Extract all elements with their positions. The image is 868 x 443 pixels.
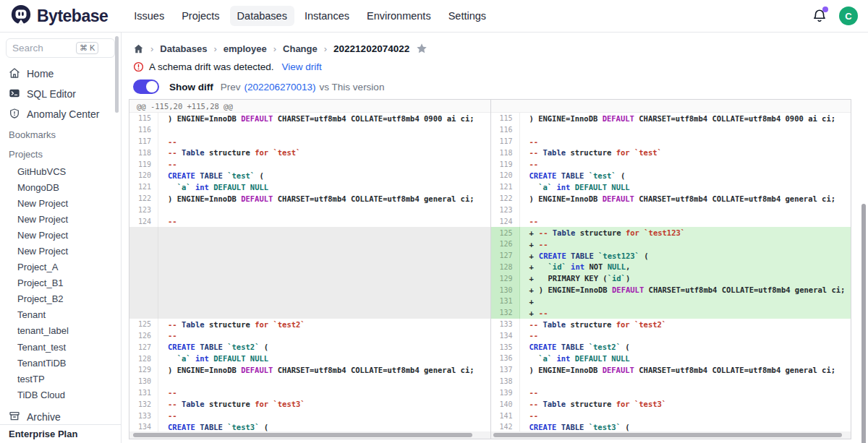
diff-code-line: 131-- xyxy=(129,387,490,399)
line-number: 135 xyxy=(491,341,520,353)
line-number: 142 xyxy=(491,421,520,431)
diff-code-line: 117-- xyxy=(491,136,851,147)
diff-code-line: 135CREATE TABLE `test2` ( xyxy=(491,341,851,353)
breadcrumb-item-databases[interactable]: Databases xyxy=(160,43,207,54)
breadcrumb-separator: › xyxy=(324,43,327,54)
diff-code-line: 115) ENGINE=InnoDB DEFAULT CHARSET=utf8m… xyxy=(129,113,490,124)
bytebase-logo[interactable]: Bytebase xyxy=(10,4,108,28)
project-item[interactable]: Tenant_test xyxy=(0,339,121,355)
diff-code-line: 121 `a` int DEFAULT NULL xyxy=(491,181,851,193)
diff-code-line: 141-- xyxy=(491,410,851,421)
nav-item-settings[interactable]: Settings xyxy=(441,6,493,26)
scrollbar-thumb[interactable] xyxy=(493,433,843,437)
search-box[interactable]: ⌘ K xyxy=(6,38,115,58)
line-number: 126 xyxy=(129,330,158,341)
breadcrumb-item-employee[interactable]: employee xyxy=(224,43,267,54)
user-avatar[interactable]: C xyxy=(839,7,858,25)
right-horizontal-scrollbar[interactable] xyxy=(491,431,851,439)
view-drift-link[interactable]: View drift xyxy=(282,61,322,72)
diff-code-line: 122) ENGINE=InnoDB DEFAULT CHARSET=utf8m… xyxy=(129,193,490,205)
diff-code-line: 119-- xyxy=(129,158,490,170)
diff-code-line: 136 `a` int DEFAULT NULL xyxy=(491,353,851,364)
diff-code-line: 118-- Table structure for `test` xyxy=(129,147,490,158)
show-diff-toggle[interactable] xyxy=(133,79,159,94)
line-number: 121 xyxy=(491,181,520,193)
line-number: 125 xyxy=(491,227,520,238)
project-item[interactable]: testTP xyxy=(0,371,121,387)
diff-left-rows: 115) ENGINE=InnoDB DEFAULT CHARSET=utf8m… xyxy=(129,113,490,431)
diff-empty-placeholder xyxy=(129,227,490,319)
project-item[interactable]: New Project xyxy=(0,211,121,227)
line-number: 133 xyxy=(491,319,520,330)
sidebar-item-anomaly-center[interactable]: Anomaly Center xyxy=(0,104,121,124)
notification-bell-icon[interactable] xyxy=(812,8,827,24)
breadcrumb-separator: › xyxy=(150,43,153,54)
line-number: 124 xyxy=(129,215,158,227)
diff-code-line: 123 xyxy=(491,205,851,216)
bytebase-app: Bytebase IssuesProjectsDatabasesInstance… xyxy=(0,0,868,443)
bytebase-logo-icon xyxy=(10,4,32,28)
sidebar-scrollbar[interactable] xyxy=(115,36,119,113)
line-number: 127 xyxy=(491,250,520,262)
diff-code-line: 128 `a` int DEFAULT NULL xyxy=(129,353,490,364)
nav-item-issues[interactable]: Issues xyxy=(127,6,171,26)
project-item[interactable]: GitHubVCS xyxy=(0,163,121,179)
diff-added-line: 129+ PRIMARY KEY (`id`) xyxy=(491,272,851,284)
line-number: 115 xyxy=(129,113,158,124)
line-number: 123 xyxy=(491,205,520,216)
brand-name: Bytebase xyxy=(37,7,108,26)
line-number: 118 xyxy=(129,147,158,158)
line-number: 127 xyxy=(129,341,158,353)
diff-code-line: 120CREATE TABLE `test` ( xyxy=(491,170,851,181)
breadcrumb-home-icon[interactable] xyxy=(133,43,144,54)
project-item[interactable]: New Project xyxy=(0,243,121,259)
diff-code-line: 126-- xyxy=(129,330,490,341)
line-number: 118 xyxy=(491,147,520,158)
nav-item-environments[interactable]: Environments xyxy=(359,6,438,26)
diff-code-line: 118-- Table structure for `test` xyxy=(491,147,851,158)
project-item[interactable]: Project_B2 xyxy=(0,291,121,307)
diff-code-line: 123 xyxy=(129,205,490,216)
prev-version-link[interactable]: (202206270013) xyxy=(244,82,316,93)
diff-code-line: 116 xyxy=(129,124,490,136)
nav-item-projects[interactable]: Projects xyxy=(174,6,226,26)
diff-added-line: 131+ xyxy=(491,296,851,307)
vs-this-version-label: vs This version xyxy=(320,82,385,93)
project-item[interactable]: Project_B1 xyxy=(0,275,121,291)
project-item[interactable]: Tenant xyxy=(0,307,121,323)
line-number: 115 xyxy=(491,113,520,124)
project-item[interactable]: MongoDB xyxy=(0,179,121,195)
project-item[interactable]: tenant_label xyxy=(0,323,121,339)
sql-editor-icon xyxy=(9,87,20,101)
line-number: 133 xyxy=(129,410,158,421)
page-vertical-scrollbar[interactable] xyxy=(861,204,866,443)
left-horizontal-scrollbar[interactable] xyxy=(129,431,490,439)
diff-code-line: 127CREATE TABLE `test2` ( xyxy=(129,341,490,353)
project-item[interactable]: New Project xyxy=(0,227,121,243)
diff-code-line: 134-- xyxy=(491,330,851,341)
line-number: 134 xyxy=(129,421,158,431)
toggle-knob xyxy=(146,81,158,93)
project-item[interactable]: New Project xyxy=(0,195,121,211)
bookmarks-section-label: Bookmarks xyxy=(0,126,121,144)
diff-code-line: 125-- Table structure for `test2` xyxy=(129,319,490,330)
anomaly-shield-icon xyxy=(9,108,20,121)
line-number: 119 xyxy=(491,158,520,170)
diff-hunk-header-blank xyxy=(491,100,851,113)
nav-item-instances[interactable]: Instances xyxy=(297,6,357,26)
line-number: 128 xyxy=(491,262,520,273)
project-item[interactable]: Project_A xyxy=(0,259,121,275)
diff-code-line: 133-- Table structure for `test2` xyxy=(491,319,851,330)
bookmark-star-icon[interactable] xyxy=(416,43,427,54)
diff-right-rows: 115) ENGINE=InnoDB DEFAULT CHARSET=utf8m… xyxy=(491,113,851,431)
breadcrumb-item-change[interactable]: Change xyxy=(283,43,318,54)
project-item[interactable]: TenantTiDB xyxy=(0,355,121,371)
nav-item-databases[interactable]: Databases xyxy=(230,6,294,26)
sidebar-item-sql-editor[interactable]: SQL Editor xyxy=(0,84,121,104)
search-input[interactable] xyxy=(12,43,73,53)
scrollbar-thumb[interactable] xyxy=(133,433,472,437)
breadcrumb-separator: › xyxy=(273,43,276,54)
line-number: 134 xyxy=(491,330,520,341)
project-item[interactable]: TiDB Cloud xyxy=(0,387,121,403)
sidebar-item-home[interactable]: Home xyxy=(0,64,121,84)
